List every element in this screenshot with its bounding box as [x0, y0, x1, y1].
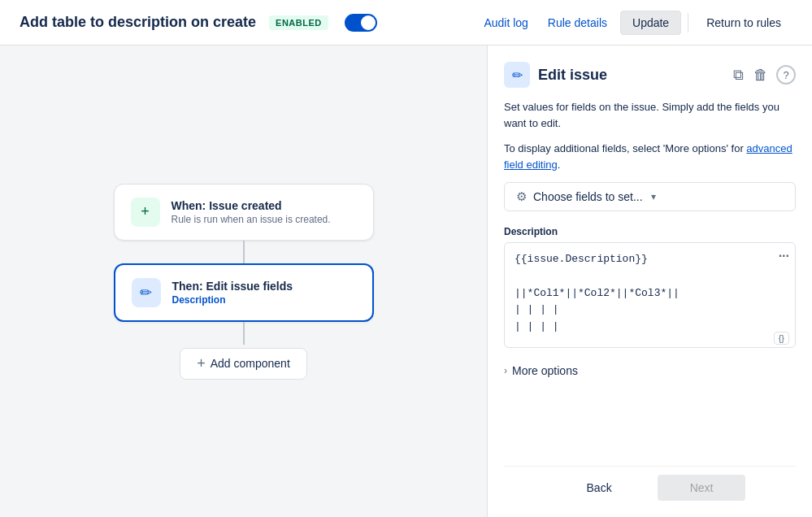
back-button[interactable]: Back: [554, 475, 645, 501]
header: Add table to description on create ENABL…: [0, 0, 812, 46]
trash-icon: 🗑: [753, 67, 768, 84]
panel-footer: Back Next: [504, 466, 796, 501]
return-to-rules-button[interactable]: Return to rules: [695, 11, 792, 34]
connector-line-2: [243, 322, 245, 345]
rule-details-link[interactable]: Rule details: [541, 13, 614, 33]
copy-button[interactable]: ⧉: [732, 65, 745, 85]
panel-title: Edit issue: [538, 67, 732, 84]
trigger-node[interactable]: + When: Issue created Rule is run when a…: [114, 184, 374, 241]
chevron-down-icon: ▾: [651, 191, 656, 202]
action-text: Then: Edit issue fields Description: [172, 280, 293, 306]
header-divider: [688, 13, 688, 33]
delete-button[interactable]: 🗑: [752, 65, 770, 85]
more-options-toggle[interactable]: › More options: [504, 364, 796, 377]
add-component-button[interactable]: + Add component: [180, 348, 307, 380]
flow-diagram: + When: Issue created Rule is run when a…: [114, 184, 374, 380]
action-title: Then: Edit issue fields: [172, 280, 293, 293]
connector-line-1: [243, 241, 245, 263]
trigger-text: When: Issue created Rule is run when an …: [172, 199, 331, 225]
update-button[interactable]: Update: [620, 11, 681, 35]
panel-pencil-icon: ✏: [512, 67, 523, 83]
page-title: Add table to description on create: [20, 14, 256, 31]
panel-header: ✏ Edit issue ⧉ 🗑 ?: [504, 62, 796, 88]
curly-braces-button[interactable]: {}: [774, 332, 789, 345]
trigger-title: When: Issue created: [172, 199, 331, 212]
trigger-subtitle: Rule is run when an issue is created.: [172, 214, 331, 225]
help-icon: ?: [783, 69, 788, 81]
add-icon: +: [197, 355, 206, 372]
action-subtitle: Description: [172, 294, 293, 306]
pencil-icon: ✏: [140, 284, 152, 302]
header-nav: Audit log Rule details Update Return to …: [477, 11, 792, 35]
chevron-right-icon: ›: [504, 365, 507, 376]
toggle-switch[interactable]: [345, 14, 377, 32]
panel-advanced-desc: To display additional fields, select 'Mo…: [504, 141, 796, 172]
description-textarea[interactable]: {{issue.Description}} ||*Col1*||*Col2*||…: [504, 242, 796, 348]
description-field-wrap: {{issue.Description}} ||*Col1*||*Col2*||…: [504, 242, 796, 351]
edit-panel: ✏ Edit issue ⧉ 🗑 ? Set values for fields…: [487, 46, 812, 517]
trigger-icon: +: [131, 198, 160, 227]
action-icon: ✏: [132, 278, 161, 307]
enabled-badge: ENABLED: [269, 15, 328, 30]
toggle-knob: [361, 15, 376, 30]
choose-fields-label: Choose fields to set...: [533, 190, 643, 203]
gear-icon: ⚙: [516, 189, 527, 204]
panel-description: Set values for fields on the issue. Simp…: [504, 99, 796, 131]
canvas-area: + When: Issue created Rule is run when a…: [0, 46, 487, 517]
next-button[interactable]: Next: [658, 475, 746, 501]
choose-fields-button[interactable]: ⚙ Choose fields to set... ▾: [504, 182, 796, 211]
audit-log-link[interactable]: Audit log: [477, 13, 534, 33]
panel-icon: ✏: [504, 62, 530, 88]
panel-actions: ⧉ 🗑 ?: [732, 65, 796, 85]
copy-icon: ⧉: [733, 67, 744, 84]
action-node[interactable]: ✏ Then: Edit issue fields Description: [114, 263, 374, 322]
plus-icon: +: [141, 203, 150, 220]
more-options-label: More options: [512, 364, 578, 377]
enabled-toggle[interactable]: [345, 14, 377, 32]
field-menu-button[interactable]: ···: [779, 249, 789, 263]
main-content: + When: Issue created Rule is run when a…: [0, 46, 812, 517]
field-label: Description: [504, 226, 796, 237]
help-button[interactable]: ?: [776, 65, 796, 85]
add-component-label: Add component: [211, 357, 290, 370]
